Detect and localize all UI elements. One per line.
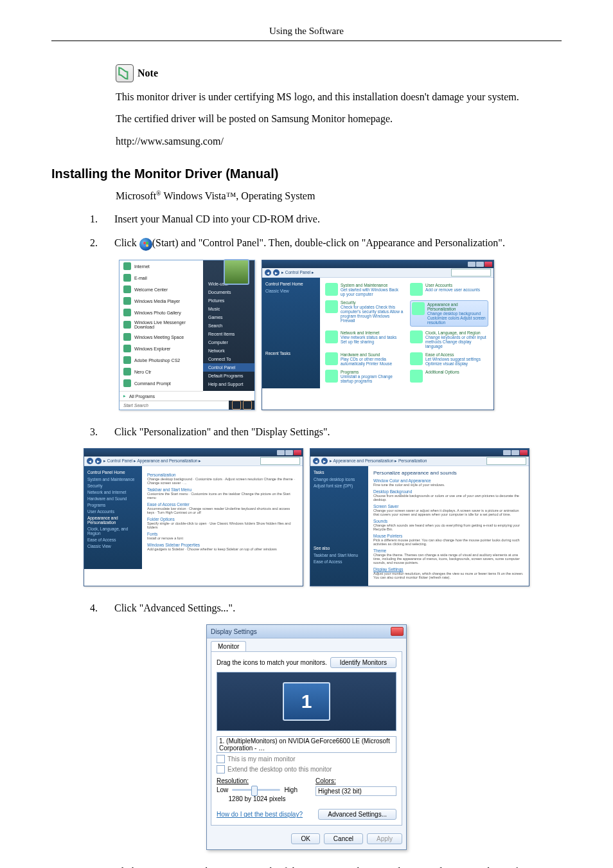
back-icon[interactable]: ◄ <box>313 458 319 464</box>
cp-category[interactable]: ProgramsUninstall a program Change start… <box>325 370 404 383</box>
figure-step2: InternetE-mailWelcome CenterWindows Medi… <box>51 260 562 410</box>
sidebar-item[interactable]: Security <box>87 484 139 488</box>
lock-icon[interactable] <box>243 401 252 410</box>
start-menu-item[interactable]: Windows Explorer <box>120 343 203 354</box>
sidebar-item[interactable]: Appearance and Personalization <box>87 516 139 525</box>
best-display-link[interactable]: How do I get the best display? <box>217 811 303 818</box>
category-link[interactable]: Windows Sidebar PropertiesAdd gadgets to… <box>147 543 298 551</box>
category-link[interactable]: PersonalizationChange desktop background… <box>147 473 298 485</box>
maximize-button[interactable] <box>511 450 519 455</box>
close-button[interactable] <box>294 450 301 455</box>
forward-icon[interactable]: ► <box>321 458 328 464</box>
start-menu-item[interactable]: Internet <box>120 260 203 272</box>
personalization-link[interactable]: Window Color and AppearanceFine tune the… <box>373 478 524 487</box>
search-input[interactable] <box>486 457 526 465</box>
category-link[interactable]: Taskbar and Start MenuCustomize the Star… <box>147 487 298 500</box>
identify-monitors-button[interactable]: Identify Monitors <box>330 657 396 668</box>
minimize-button[interactable] <box>503 450 511 455</box>
start-menu-item[interactable]: E-mail <box>120 272 203 284</box>
start-menu-item[interactable]: Welcome Center <box>120 284 203 295</box>
cp-category[interactable]: Appearance and PersonalizationChange des… <box>410 300 488 327</box>
category-link[interactable]: Folder OptionsSpecify single- or double-… <box>147 517 298 529</box>
start-right-item[interactable]: Help and Support <box>203 380 254 388</box>
start-menu-item[interactable]: Adobe Photoshop CS2 <box>120 354 203 366</box>
forward-icon[interactable]: ► <box>273 269 280 276</box>
close-button[interactable] <box>520 450 528 455</box>
monitor-select[interactable]: 1. (MultipleMonitors) on NVIDIA GeForce6… <box>217 736 396 753</box>
app-icon <box>123 356 131 364</box>
category-link[interactable]: FontsInstall or remove a font <box>147 532 298 540</box>
ok-button[interactable]: OK <box>291 833 319 844</box>
back-icon[interactable]: ◄ <box>87 458 93 464</box>
change-desktop-icons-link[interactable]: Change desktop icons <box>314 477 365 482</box>
start-right-item[interactable]: Pictures <box>203 296 254 305</box>
cp-category[interactable]: Clock, Language, and RegionChange keyboa… <box>410 330 488 348</box>
start-right-item[interactable]: Connect To <box>203 355 254 363</box>
start-right-item[interactable]: Search <box>203 321 254 330</box>
sidebar-item[interactable]: Programs <box>87 503 139 507</box>
start-menu-item[interactable]: Nero Ctr <box>120 366 203 377</box>
search-input[interactable] <box>260 457 300 465</box>
power-buttons[interactable] <box>229 401 254 410</box>
personalization-link[interactable]: Screen SaverChange your screen saver or … <box>373 504 524 516</box>
all-programs[interactable]: ▸All Programs <box>120 392 203 401</box>
tab-monitor[interactable]: Monitor <box>211 641 246 651</box>
start-right-item[interactable]: Music <box>203 305 254 313</box>
app-icon <box>123 368 131 375</box>
colors-select[interactable]: Highest (32 bit) <box>315 786 396 796</box>
search-input[interactable] <box>451 269 491 276</box>
power-icon[interactable] <box>232 401 241 410</box>
cp-category[interactable]: Network and InternetView network status … <box>325 330 404 348</box>
forward-icon[interactable]: ► <box>95 458 102 464</box>
maximize-button[interactable] <box>285 450 293 455</box>
address-bar[interactable]: ◄ ► ▸ Control Panel ▸ <box>262 268 493 278</box>
start-right-item[interactable]: Network <box>203 347 254 355</box>
start-right-item[interactable]: Default Programs <box>203 372 254 380</box>
close-button[interactable] <box>484 262 492 267</box>
cp-category[interactable]: Additional Options <box>410 370 488 383</box>
minimize-button[interactable] <box>468 262 475 267</box>
sidebar-item[interactable]: Classic View <box>87 544 139 548</box>
personalization-link[interactable]: SoundsChange which sounds are heard when… <box>373 519 524 531</box>
maximize-button[interactable] <box>476 262 484 267</box>
start-menu-item[interactable]: Windows Photo Gallery <box>120 307 203 318</box>
start-right-item[interactable]: Games <box>203 313 254 321</box>
start-menu-item[interactable]: Windows Media Player <box>120 295 203 307</box>
start-search[interactable]: Start Search <box>120 401 229 410</box>
monitor-1-icon[interactable]: 1 <box>283 682 330 721</box>
back-icon[interactable]: ◄ <box>265 269 271 276</box>
cp-category[interactable]: Hardware and SoundPlay CDs or other medi… <box>325 352 404 366</box>
personalization-link[interactable]: Mouse PointersPick a different mouse poi… <box>373 534 524 546</box>
minimize-button[interactable] <box>277 450 285 455</box>
checkbox-icon <box>217 765 225 773</box>
cp-category[interactable]: User AccountsAdd or remove user accounts <box>410 283 488 296</box>
cp-category[interactable]: System and MaintenanceGet started with W… <box>325 283 404 296</box>
extend-desktop-checkbox: Extend the desktop onto this monitor <box>217 765 396 773</box>
advanced-settings-button[interactable]: Advanced Settings... <box>318 809 396 820</box>
sidebar-item[interactable]: Network and Internet <box>87 490 139 494</box>
sidebar-item[interactable]: Hardware and Sound <box>87 496 139 501</box>
resolution-slider[interactable]: Low High <box>217 786 298 793</box>
sidebar-item[interactable]: Clock, Language, and Region <box>87 527 139 536</box>
start-right-item[interactable]: Computer <box>203 338 254 347</box>
start-menu-item[interactable]: Windows Live Messenger Download <box>120 318 203 331</box>
personalization-link[interactable]: ThemeChange the theme. Themes can change… <box>373 548 524 565</box>
start-right-item[interactable]: Recent Items <box>203 330 254 338</box>
classic-view-link[interactable]: Classic View <box>265 289 317 293</box>
personalization-link[interactable]: Desktop BackgroundChoose from available … <box>373 489 524 502</box>
cp-category[interactable]: Ease of AccessLet Windows suggest settin… <box>410 352 488 366</box>
sidebar-item[interactable]: User Accounts <box>87 509 139 514</box>
cancel-button[interactable]: Cancel <box>324 833 363 844</box>
close-button[interactable] <box>391 627 404 636</box>
category-link[interactable]: Ease of Access CenterAccommodate low vis… <box>147 502 298 514</box>
sidebar-item[interactable]: System and Maintenance <box>87 477 139 482</box>
adjust-font-size-link[interactable]: Adjust font size (DPI) <box>314 484 365 488</box>
start-right-item[interactable]: Documents <box>203 288 254 296</box>
monitor-arrangement[interactable]: 1 <box>217 672 396 731</box>
start-menu-item[interactable]: Command Prompt <box>120 377 203 389</box>
personalization-link[interactable]: Display SettingsAdjust your monitor reso… <box>373 567 524 579</box>
sidebar-item[interactable]: Ease of Access <box>87 538 139 542</box>
start-right-item[interactable]: Control Panel <box>203 363 254 372</box>
cp-category[interactable]: SecurityCheck for updates Check this com… <box>325 300 404 327</box>
start-menu-item[interactable]: Windows Meeting Space <box>120 331 203 343</box>
